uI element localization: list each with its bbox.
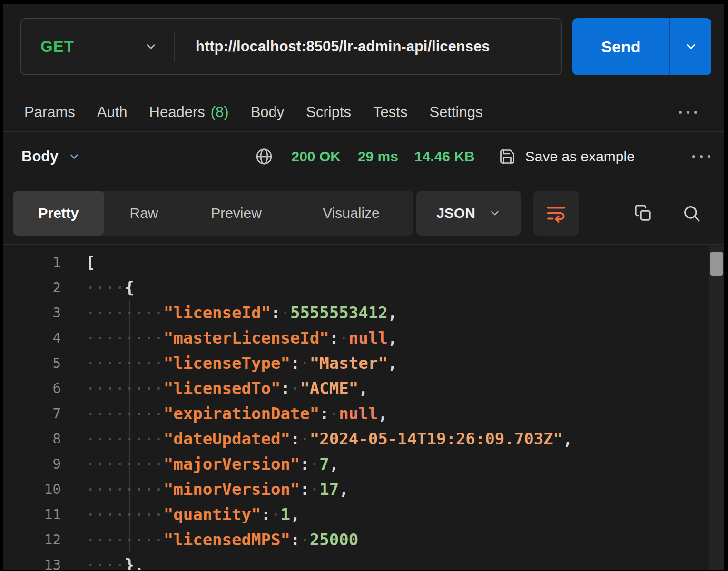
response-more-options-icon[interactable]	[690, 154, 712, 159]
request-tab-settings[interactable]: Settings	[429, 104, 482, 121]
view-tab-preview[interactable]: Preview	[184, 191, 289, 236]
wrap-text-button[interactable]	[533, 191, 579, 236]
save-icon[interactable]	[499, 148, 516, 165]
headers-count-badge: (8)	[211, 104, 229, 121]
line-number: 13	[3, 552, 61, 570]
request-tab-label: Body	[251, 104, 285, 121]
request-tab-label: Headers	[149, 104, 205, 121]
code-line: 7········"expirationDate":·null,	[3, 401, 708, 426]
code-line: 3········"licenseId":·5555553412,	[3, 300, 708, 325]
api-client-window: GET http://localhost:8505/lr-admin-api/l…	[3, 4, 724, 570]
code-line: 6········"licensedTo":·"ACME",	[3, 376, 708, 401]
code-lines: 1[2····{3········"licenseId":·5555553412…	[3, 250, 708, 570]
chevron-down-icon	[144, 40, 157, 53]
line-number: 2	[3, 275, 61, 300]
request-tab-label: Auth	[97, 104, 128, 121]
request-tab-tests[interactable]: Tests	[373, 104, 407, 121]
line-number: 9	[3, 452, 61, 477]
save-as-example-button[interactable]: Save as example	[525, 148, 635, 165]
more-options-icon[interactable]	[677, 109, 699, 115]
line-number: 11	[3, 502, 61, 527]
request-tabs-row: ParamsAuthHeaders(8)BodyScriptsTestsSett…	[24, 97, 711, 128]
request-tab-label: Settings	[429, 104, 482, 121]
response-view-tabs: PrettyRawPreviewVisualize	[13, 191, 413, 236]
search-icon[interactable]	[682, 204, 701, 223]
code-line: 10········"minorVersion":·17,	[3, 477, 708, 502]
status-code[interactable]: 200 OK	[292, 148, 341, 165]
code-text: ····},	[61, 552, 144, 570]
request-tab-headers[interactable]: Headers(8)	[149, 104, 229, 121]
code-text: ········"licenseType":·"Master",	[61, 351, 397, 376]
network-globe-icon[interactable]	[255, 147, 274, 166]
code-text: ········"licenseId":·5555553412,	[61, 300, 397, 325]
response-view-toolbar: PrettyRawPreviewVisualize JSON	[13, 191, 717, 236]
view-tab-raw[interactable]: Raw	[104, 191, 184, 236]
request-tab-body[interactable]: Body	[251, 104, 285, 121]
line-number: 4	[3, 325, 61, 351]
code-text: ········"majorVersion":·7,	[61, 452, 339, 477]
code-line: 8········"dateUpdated":·"2024-05-14T19:2…	[3, 426, 708, 452]
request-bar: GET http://localhost:8505/lr-admin-api/l…	[20, 18, 711, 75]
request-url-box: GET http://localhost:8505/lr-admin-api/l…	[20, 18, 562, 75]
request-tab-scripts[interactable]: Scripts	[306, 104, 351, 121]
line-number: 10	[3, 477, 61, 502]
chevron-down-icon	[489, 207, 501, 219]
language-label: JSON	[436, 205, 475, 221]
code-text: ········"licensedTo":·"ACME",	[61, 376, 368, 401]
code-line: 9········"majorVersion":·7,	[3, 452, 708, 477]
code-text: ········"expirationDate":·null,	[61, 401, 388, 426]
view-tab-pretty[interactable]: Pretty	[13, 191, 104, 236]
code-text: ········"masterLicenseId":·null,	[61, 325, 397, 351]
request-tab-auth[interactable]: Auth	[97, 104, 128, 121]
code-line: 1[	[3, 250, 708, 275]
code-text: ········"minorVersion":·17,	[61, 477, 349, 502]
scrollbar-thumb[interactable]	[710, 252, 723, 276]
code-text: ········"licensedMPS":·25000	[61, 527, 358, 552]
line-number: 8	[3, 426, 61, 452]
code-line: 2····{	[3, 275, 708, 300]
code-line: 11········"quantity":·1,	[3, 502, 708, 527]
divider	[3, 131, 724, 132]
response-header: Body 200 OK 29 ms 14.46 KB Save as examp…	[21, 140, 714, 173]
send-button[interactable]: Send	[572, 18, 711, 75]
chevron-down-icon	[68, 150, 80, 163]
copy-icon[interactable]	[634, 204, 652, 222]
method-selector[interactable]: GET	[21, 38, 174, 56]
code-line: 13····},	[3, 552, 708, 570]
request-tab-label: Params	[24, 104, 75, 121]
line-number: 12	[3, 527, 61, 552]
line-number: 3	[3, 300, 61, 325]
line-number: 6	[3, 376, 61, 401]
code-line: 12········"licensedMPS":·25000	[3, 527, 708, 552]
code-text: ····{	[61, 275, 134, 300]
code-text: ········"dateUpdated":·"2024-05-14T19:26…	[61, 426, 573, 452]
url-input[interactable]: http://localhost:8505/lr-admin-api/licen…	[175, 38, 490, 55]
request-tab-label: Scripts	[306, 104, 351, 121]
request-tab-params[interactable]: Params	[24, 104, 75, 121]
line-number: 5	[3, 351, 61, 376]
request-tab-label: Tests	[373, 104, 407, 121]
line-number: 1	[3, 250, 61, 275]
response-time[interactable]: 29 ms	[358, 148, 398, 165]
response-pane-label: Body	[21, 148, 59, 165]
request-tabs: ParamsAuthHeaders(8)BodyScriptsTestsSett…	[24, 104, 482, 121]
code-line: 5········"licenseType":·"Master",	[3, 351, 708, 376]
code-text: [	[61, 250, 95, 275]
method-label: GET	[40, 38, 74, 56]
code-line: 4········"masterLicenseId":·null,	[3, 325, 708, 351]
response-body-editor[interactable]: 1[2····{3········"licenseId":·5555553412…	[3, 244, 724, 570]
view-tab-visualize[interactable]: Visualize	[289, 191, 413, 236]
response-pane-selector[interactable]: Body	[21, 148, 80, 165]
language-selector[interactable]: JSON	[416, 191, 521, 236]
line-number: 7	[3, 401, 61, 426]
send-label: Send	[572, 18, 669, 75]
code-text: ········"quantity":·1,	[61, 502, 300, 527]
response-size[interactable]: 14.46 KB	[414, 148, 475, 165]
scrollbar[interactable]	[709, 246, 724, 570]
send-options-chevron-icon[interactable]	[670, 18, 711, 75]
